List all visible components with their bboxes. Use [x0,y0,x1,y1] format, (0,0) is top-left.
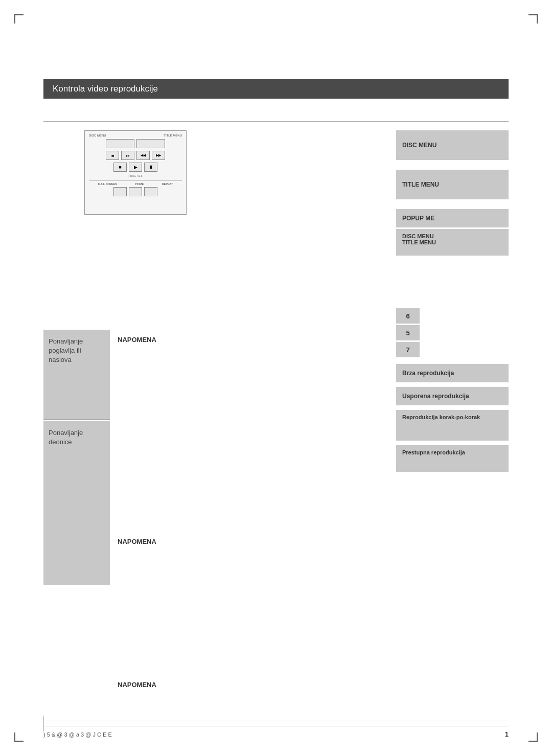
sidebar-divider [43,419,110,420]
repeat-label: REPEAT [162,182,173,186]
remote-transport-1: ⏮ ⏭ ◀◀ ▶▶ [106,151,165,160]
popup-menu-text: POPUP ME [402,215,434,222]
prev-btn: ⏮ [106,151,119,160]
left-margin-mark [43,716,44,731]
pause-btn: ⏸ [144,163,157,172]
napomena-2-label: NAPOMENA [118,538,156,545]
napomena-1-label: NAPOMENA [118,336,156,343]
repeat-btn [144,187,157,196]
footer: ) 5 & @ 3 @ a 3 @ J C E E 1 [43,726,509,738]
corner-mark-tr [528,14,538,24]
divider-top [43,121,509,122]
usporena-text: Usporena reprodukcija [402,393,469,400]
remote-divider [89,180,182,181]
corner-mark-tl [14,14,24,24]
page-title: Kontrola video reprodukcije [53,84,158,94]
divider-bottom [43,721,509,721]
disc-menu-box: DISC MENU [396,130,509,160]
remote-sub-label: PROG / & & [129,174,143,177]
num-box-7: 7 [396,342,420,357]
sidebar-box-1: Ponavljanje poglavlja ili naslova [43,330,110,419]
gap-4 [396,359,509,364]
ff-btn: ▶▶ [152,151,165,160]
stop-btn: ■ [113,163,127,172]
corner-mark-br [528,732,538,742]
prestupna-box: Prestupna reprodukcija [396,445,509,472]
popup-menu-box: POPUP ME [396,209,509,227]
title-menu-label: TITLE MENU [164,134,182,137]
corner-mark-bl [14,732,24,742]
korak-text: Reprodukcija korak-po-korak [402,414,480,420]
next-btn: ⏭ [121,151,134,160]
num-box-5: 5 [396,325,420,340]
fullscreen-label: FULL SCREEN [98,182,118,186]
disc-menu-btn [106,139,134,148]
sidebar-item-1: Ponavljanje poglavlja ili naslova [49,337,83,363]
title-menu-text: TITLE MENU [402,181,439,188]
gap-3 [396,257,509,308]
napomena-3-label: NAPOMENA [118,681,156,689]
prestupna-text: Prestupna reprodukcija [402,449,465,455]
gap-2 [396,201,509,209]
home-btn [129,187,142,196]
disc-menu-text: DISC MENU [402,142,436,149]
sidebar-box-2: Ponavljanje deonice [43,421,110,585]
page-number: 1 [505,730,509,738]
napomena-3-container: NAPOMENA [118,680,156,689]
usporena-box: Usporena reprodukcija [396,387,509,405]
left-sidebar: Ponavljanje poglavlja ili naslova Ponavl… [43,330,110,585]
remote-control-image: DISC MENU TITLE MENU ⏮ ⏭ ◀◀ ▶▶ ■ ▶ ⏸ PRO… [84,130,187,215]
title-menu-btn [136,139,165,148]
remote-bottom-labels: FULL SCREEN HOME REPEAT [89,182,182,186]
remote-transport-2: ■ ▶ ⏸ [113,163,157,172]
napomena-1-container: NAPOMENA [118,335,156,344]
right-column: DISC MENU TITLE MENU POPUP ME DISC MENU … [396,130,509,473]
header-bar: Kontrola video reprodukcije [43,79,509,99]
gap-1 [396,162,509,170]
home-label: HOME [135,182,144,186]
brza-text: Brza reprodukcija [402,370,454,377]
combo-title-menu: TITLE MENU [402,239,502,245]
sidebar-item-2: Ponavljanje deonice [49,429,83,446]
korak-box: Reprodukcija korak-po-korak [396,410,509,441]
disc-menu-label: DISC MENU [89,134,106,137]
footer-left-text: ) 5 & @ 3 @ a 3 @ J C E E [43,731,112,738]
play-btn: ▶ [129,163,142,172]
combo-disc-menu: DISC MENU [402,233,502,239]
title-menu-box: TITLE MENU [396,170,509,199]
napomena-2-container: NAPOMENA [118,537,156,546]
combo-box: DISC MENU TITLE MENU [396,229,509,256]
remote-top-btns [106,139,165,148]
num-box-6: 6 [396,308,420,324]
fullscreen-btn [113,187,127,196]
remote-bottom-btns [113,187,157,196]
remote-top-labels: DISC MENU TITLE MENU [89,134,182,137]
rw-btn: ◀◀ [136,151,150,160]
brza-box: Brza reprodukcija [396,364,509,382]
